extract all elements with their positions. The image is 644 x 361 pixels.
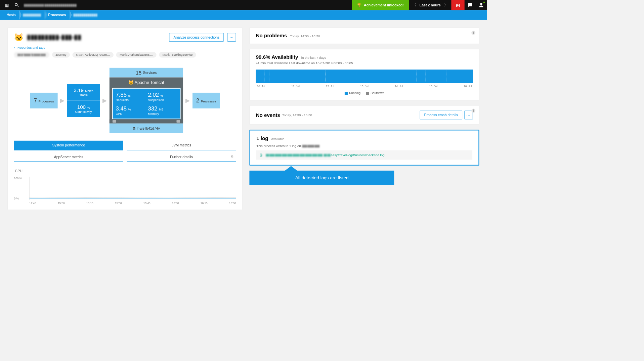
logs-panel: 1 log available This process writes to 1… <box>250 130 479 166</box>
external-link-icon: ⧉ <box>133 126 135 130</box>
file-icon: 🗎 <box>259 153 263 157</box>
cpu-chart[interactable]: 100 % 0 % 14:4515:0015:1515:3015:4516:00… <box>14 177 236 205</box>
chevron-right-icon[interactable]: 〉 <box>444 3 448 7</box>
arrow-right-icon: ▶ <box>60 97 65 104</box>
chart-x-axis: 14:4515:0015:1515:3015:4516:0016:1516:30 <box>29 201 236 205</box>
tab-appserver-metrics[interactable]: AppServer metrics <box>14 152 123 162</box>
availability-legend: Running Shutdown <box>256 91 473 95</box>
arrow-right-icon: ▶ <box>102 97 107 104</box>
tomcat-box[interactable]: 🐱 Apache Tomcat 7.85 /sRequests 2.02 %Su… <box>110 78 183 124</box>
breadcrumb-host[interactable]: ▮▮▮▮▮▮▮▮▮ <box>19 10 45 20</box>
process-panel: 🐱 ▮▮▮▮▮▮▮▮▮-▮▮▮-▮▮ Analyze process conne… <box>8 28 243 210</box>
timeframe-label: Last 2 hours <box>420 3 441 7</box>
service-flow: 7 Processes ▶ 3.19 Mbit/s Traffic 100 % … <box>14 68 236 133</box>
search-icon[interactable] <box>14 3 19 8</box>
problems-badge[interactable]: 94 <box>451 0 464 10</box>
chat-icon[interactable] <box>465 0 476 10</box>
logs-title: 1 log <box>256 136 268 141</box>
achievement-label: Achievement unlocked! <box>364 3 404 7</box>
tag-item[interactable]: Maxk: ActiveMQ Artem… <box>73 52 114 58</box>
availability-bar[interactable] <box>256 70 473 83</box>
availability-dates: 10. Jul11. Jul12. Jul13. Jul14. Jul15. J… <box>256 85 473 88</box>
logs-description: This process writes to 1 log on ▮▮▮▮▮▮▮▮… <box>256 144 472 148</box>
external-link-icon: ⧉ <box>231 155 233 159</box>
availability-title: 99.6% Availability <box>256 54 298 60</box>
tags-row: ▮▮▮/▮▮▮▮/▮▮▮▮▮▮▮▮ Journey Maxk: ActiveMQ… <box>14 52 236 58</box>
tab-system-performance[interactable]: System performance <box>14 141 123 150</box>
analyze-connections-button[interactable]: Analyze process connections <box>169 33 224 42</box>
incoming-processes-box[interactable]: 7 Processes <box>30 93 58 108</box>
properties-toggle[interactable]: › Properties and tags <box>14 46 236 49</box>
dashboard-icon[interactable]: ▦ <box>5 3 10 8</box>
availability-panel: 99.6% Availability in the last 7 days 41… <box>250 49 479 100</box>
tag-item[interactable]: Journey <box>52 52 70 58</box>
breadcrumb-hosts[interactable]: Hosts <box>3 10 19 20</box>
breadcrumb: Hosts ▮▮▮▮▮▮▮▮▮ Processes ▮▮▮▮▮▮▮▮▮▮▮▮ <box>0 10 487 20</box>
chart-title: CPU <box>15 169 236 173</box>
resize-handle[interactable] <box>110 119 183 123</box>
problems-timeframe: Today, 14:30 - 16:30 <box>290 34 320 38</box>
top-bar: ▦ ▮▮▮▮▮▮▮▮▮▮▮▮▮▮▮▮▮▮▮▮▮▮▮▮▮▮ 🏆 Achieveme… <box>0 0 487 10</box>
info-icon[interactable]: i <box>471 31 475 35</box>
info-icon[interactable]: i <box>471 109 475 113</box>
process-crash-details-button[interactable]: Process crash details <box>420 111 462 120</box>
chevron-left-icon[interactable]: 〈 <box>413 3 416 7</box>
search-context: ▮▮▮▮▮▮▮▮▮▮▮▮▮▮▮▮▮▮▮▮▮▮▮▮▮▮ <box>24 3 77 7</box>
timeframe-selector[interactable]: 〈 Last 2 hours 〉 <box>409 3 451 7</box>
availability-detail: 41 min total downtime Last downtime on 1… <box>256 61 473 65</box>
tag-item[interactable]: Maxk: BookingService <box>159 52 196 58</box>
breadcrumb-processes[interactable]: Processes <box>45 10 70 20</box>
tomcat-logo-icon: 🐱 <box>14 33 24 42</box>
tab-further-details[interactable]: Further details⧉ <box>127 152 236 162</box>
chevron-right-icon: › <box>14 46 15 49</box>
host-bar[interactable]: ⧉ lr-ws-lb41d74v <box>110 123 183 133</box>
page-title: ▮▮▮▮▮▮▮▮▮-▮▮▮-▮▮ <box>27 33 81 41</box>
problems-panel: i No problems Today, 14:30 - 16:30 <box>250 28 479 44</box>
log-file-row[interactable]: 🗎 ▮▮▮▮▮▮▮▮▮▮▮▮▮▮▮▮▮▮▮▮▮▮▮▮▮▮▮▮▮▮▮▮ ▮▮▮▮e… <box>256 150 472 160</box>
tag-item[interactable]: ▮▮▮/▮▮▮▮/▮▮▮▮▮▮▮▮ <box>14 52 50 58</box>
user-icon[interactable] <box>476 0 487 10</box>
traffic-box[interactable]: 3.19 Mbit/s Traffic 100 % Connectivity <box>67 84 100 117</box>
breadcrumb-process[interactable]: ▮▮▮▮▮▮▮▮▮▮▮▮ <box>70 10 101 20</box>
problems-title: No problems <box>256 33 287 39</box>
achievement-banner[interactable]: 🏆 Achievement unlocked! <box>352 0 409 10</box>
tag-item[interactable]: Maxk: AuthenticationS… <box>116 52 156 58</box>
services-bar[interactable]: 15Services <box>110 68 183 78</box>
outgoing-processes-box[interactable]: 2 Processes <box>192 93 220 108</box>
annotation-callout: All detected logs are listed <box>250 171 394 185</box>
events-title: No events <box>256 112 280 118</box>
arrow-right-icon: ▶ <box>185 97 190 104</box>
trophy-icon: 🏆 <box>357 3 361 7</box>
tab-jvm-metrics[interactable]: JVM metrics <box>127 141 236 150</box>
tomcat-icon: 🐱 <box>128 80 134 85</box>
more-menu-button[interactable]: ⋯ <box>227 33 236 42</box>
events-panel: i No events Today, 14:30 - 16:30 Process… <box>250 105 479 125</box>
